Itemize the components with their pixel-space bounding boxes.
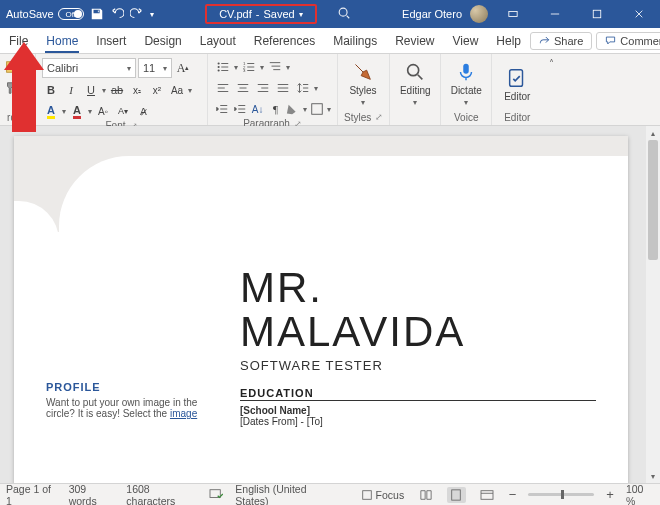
svg-rect-12 (463, 64, 469, 74)
tab-help[interactable]: Help (487, 28, 530, 54)
styles-button[interactable]: Styles▾ (344, 58, 382, 110)
tab-insert[interactable]: Insert (87, 28, 135, 54)
bold-icon[interactable]: B (42, 81, 60, 99)
autosave-toggle[interactable]: AutoSave Off (6, 8, 84, 20)
tab-references[interactable]: References (245, 28, 324, 54)
share-button[interactable]: Share (530, 32, 592, 50)
page[interactable]: PROFILE Want to put your own image in th… (14, 136, 628, 483)
collapse-ribbon-icon[interactable]: ˄ (549, 58, 554, 69)
zoom-slider[interactable] (528, 493, 594, 496)
svg-rect-10 (312, 104, 323, 115)
page-count[interactable]: Page 1 of 1 (6, 483, 57, 506)
user-name[interactable]: Edgar Otero (402, 8, 462, 20)
title-bar: AutoSave Off ▾ CV.pdf - Saved ▾ Edgar Ot… (0, 0, 660, 28)
web-layout-icon[interactable] (478, 487, 497, 503)
document-title[interactable]: CV.pdf - Saved ▾ (205, 4, 317, 24)
clear-format-icon[interactable]: A̷ (134, 102, 152, 120)
line-spacing-icon[interactable] (294, 79, 312, 97)
autosave-label: AutoSave (6, 8, 54, 20)
char-shading-icon[interactable]: A◦ (94, 102, 112, 120)
strikethrough-icon[interactable]: ab (108, 81, 126, 99)
svg-rect-15 (362, 490, 371, 499)
vertical-scrollbar[interactable]: ▴ ▾ (646, 126, 660, 483)
language[interactable]: English (United States) (235, 483, 336, 506)
bullets-icon[interactable] (214, 58, 232, 76)
zoom-level[interactable]: 100 % (626, 483, 654, 506)
sort-icon[interactable]: A↓ (250, 100, 266, 118)
group-font: Calibri▾ 11▾ A▴ B I U ▾ ab x₂ x² Aa ▾ A▾… (36, 54, 208, 125)
close-button[interactable] (622, 0, 656, 28)
maximize-button[interactable] (580, 0, 614, 28)
name-line2: MALAVIDA (240, 310, 596, 354)
search-icon[interactable] (337, 6, 351, 22)
superscript-icon[interactable]: x² (148, 81, 166, 99)
scroll-down-icon[interactable]: ▾ (646, 469, 660, 483)
tab-view[interactable]: View (444, 28, 488, 54)
ribbon-display-icon[interactable] (496, 0, 530, 28)
tab-layout[interactable]: Layout (191, 28, 245, 54)
job-title: SOFTWARE TESTER (240, 358, 596, 373)
shading-icon[interactable] (285, 100, 301, 118)
tab-design[interactable]: Design (135, 28, 190, 54)
multilevel-icon[interactable] (266, 58, 284, 76)
italic-icon[interactable]: I (62, 81, 80, 99)
read-mode-icon[interactable] (416, 487, 435, 503)
svg-point-5 (218, 66, 220, 68)
group-voice: Dictate▾ Voice (441, 54, 492, 125)
doc-name: CV.pdf (219, 8, 252, 20)
print-layout-icon[interactable] (447, 487, 466, 503)
zoom-in-icon[interactable]: + (606, 487, 614, 502)
undo-icon[interactable] (110, 7, 124, 21)
word-count[interactable]: 309 words (69, 483, 115, 506)
align-left-icon[interactable] (214, 79, 232, 97)
align-center-icon[interactable] (234, 79, 252, 97)
underline-icon[interactable]: U (82, 81, 100, 99)
styles-label: Styles (344, 112, 371, 123)
highlight-icon[interactable]: A (42, 102, 60, 120)
svg-rect-13 (510, 69, 523, 86)
grow-font-icon[interactable]: A▴ (174, 59, 192, 77)
redo-icon[interactable] (130, 7, 144, 21)
svg-point-0 (339, 8, 347, 16)
font-color-icon[interactable]: A (68, 102, 86, 120)
scroll-up-icon[interactable]: ▴ (646, 126, 660, 140)
spellcheck-icon[interactable] (209, 488, 223, 502)
font-name-select[interactable]: Calibri▾ (42, 58, 136, 78)
education-heading: EDUCATION (240, 387, 596, 401)
change-case-icon[interactable]: Aa (168, 81, 186, 99)
editor-label: Editor (498, 110, 536, 124)
numbering-icon[interactable]: 123 (240, 58, 258, 76)
zoom-out-icon[interactable]: − (509, 487, 517, 502)
save-icon[interactable] (90, 7, 104, 21)
decrease-indent-icon[interactable] (214, 100, 230, 118)
tab-home[interactable]: Home (37, 28, 87, 54)
justify-icon[interactable] (274, 79, 292, 97)
svg-rect-2 (593, 10, 601, 18)
svg-point-4 (218, 62, 220, 64)
minimize-button[interactable] (538, 0, 572, 28)
tab-review[interactable]: Review (386, 28, 443, 54)
borders-icon[interactable] (309, 100, 325, 118)
underline-dropdown[interactable]: ▾ (102, 86, 106, 95)
school-dates: [Dates From] - [To] (240, 416, 323, 427)
editor-button[interactable]: Editor (498, 58, 536, 110)
svg-rect-17 (481, 490, 493, 499)
avatar[interactable] (470, 5, 488, 23)
svg-text:3: 3 (243, 68, 246, 73)
char-count[interactable]: 1608 characters (126, 483, 197, 506)
editing-button[interactable]: Editing▾ (396, 58, 434, 110)
scroll-thumb[interactable] (648, 140, 658, 260)
font-size-select[interactable]: 11▾ (138, 58, 172, 78)
align-right-icon[interactable] (254, 79, 272, 97)
shrink-font-icon[interactable]: A▾ (114, 102, 132, 120)
dictate-button[interactable]: Dictate▾ (447, 58, 485, 110)
show-marks-icon[interactable]: ¶ (267, 100, 283, 118)
tab-mailings[interactable]: Mailings (324, 28, 386, 54)
status-bar: Page 1 of 1 309 words 1608 characters En… (0, 483, 660, 505)
comments-button[interactable]: Comments (596, 32, 660, 50)
group-styles: Styles▾ Styles⤢ (338, 54, 390, 125)
subscript-icon[interactable]: x₂ (128, 81, 146, 99)
increase-indent-icon[interactable] (232, 100, 248, 118)
focus-mode[interactable]: Focus (361, 489, 405, 501)
document-area[interactable]: PROFILE Want to put your own image in th… (0, 126, 660, 483)
